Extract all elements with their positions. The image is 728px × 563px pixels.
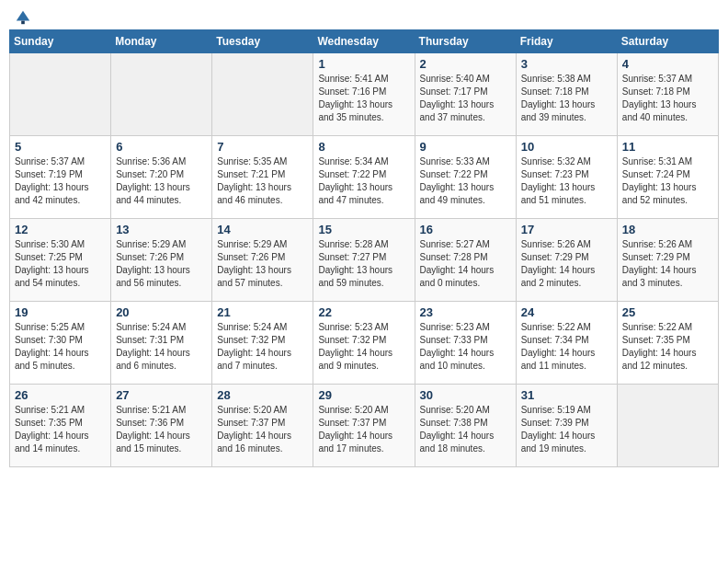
day-info-line: Sunrise: 5:26 AM bbox=[521, 238, 612, 251]
day-info-line: Sunset: 7:27 PM bbox=[318, 251, 409, 264]
day-info-line: and 5 minutes. bbox=[15, 360, 106, 373]
day-number: 22 bbox=[318, 305, 409, 319]
day-number: 1 bbox=[318, 57, 409, 71]
day-info-line: Sunset: 7:31 PM bbox=[116, 334, 207, 347]
day-info-line: Daylight: 13 hours bbox=[420, 98, 511, 111]
day-info-line: Sunset: 7:37 PM bbox=[217, 417, 308, 430]
day-number: 17 bbox=[521, 223, 612, 236]
day-info-line: Sunrise: 5:37 AM bbox=[622, 73, 713, 86]
day-info-line: and 3 minutes. bbox=[622, 277, 713, 290]
day-info-line: Daylight: 13 hours bbox=[521, 98, 612, 111]
weekday-header-tuesday: Tuesday bbox=[212, 30, 313, 53]
calendar-week-row: 19Sunrise: 5:25 AMSunset: 7:30 PMDayligh… bbox=[10, 302, 719, 385]
day-number: 11 bbox=[622, 140, 713, 154]
day-info-line: Sunrise: 5:31 AM bbox=[622, 155, 713, 168]
day-info-line: Sunset: 7:17 PM bbox=[420, 86, 511, 98]
day-info-line: Daylight: 14 hours bbox=[622, 347, 713, 360]
calendar-cell: 31Sunrise: 5:19 AMSunset: 7:39 PMDayligh… bbox=[516, 385, 617, 467]
day-info-line: Sunrise: 5:29 AM bbox=[116, 238, 207, 251]
day-info-line: Sunrise: 5:32 AM bbox=[521, 155, 612, 168]
day-info-line: Daylight: 13 hours bbox=[318, 98, 409, 111]
calendar-cell: 17Sunrise: 5:26 AMSunset: 7:29 PMDayligh… bbox=[516, 219, 617, 302]
day-info-line: Sunset: 7:29 PM bbox=[521, 251, 612, 264]
day-info-line: Sunrise: 5:24 AM bbox=[217, 321, 308, 334]
day-number: 24 bbox=[521, 305, 612, 319]
day-info-line: Sunset: 7:33 PM bbox=[420, 334, 511, 347]
day-info-line: Daylight: 13 hours bbox=[116, 181, 207, 194]
day-info-line: and 59 minutes. bbox=[318, 277, 409, 290]
day-info-line: Sunrise: 5:35 AM bbox=[217, 155, 308, 168]
day-info-line: Sunset: 7:24 PM bbox=[622, 168, 713, 181]
day-info-line: Daylight: 13 hours bbox=[521, 181, 612, 194]
day-info-line: Sunset: 7:21 PM bbox=[217, 168, 308, 181]
day-number: 27 bbox=[116, 388, 207, 402]
day-info-line: Sunrise: 5:21 AM bbox=[15, 404, 106, 417]
day-info-line: Sunrise: 5:20 AM bbox=[217, 404, 308, 417]
calendar-cell: 24Sunrise: 5:22 AMSunset: 7:34 PMDayligh… bbox=[516, 302, 617, 385]
calendar-cell: 7Sunrise: 5:35 AMSunset: 7:21 PMDaylight… bbox=[212, 136, 313, 219]
calendar-cell: 1Sunrise: 5:41 AMSunset: 7:16 PMDaylight… bbox=[313, 53, 415, 136]
day-info-line: Daylight: 13 hours bbox=[318, 264, 409, 277]
day-info-line: Sunrise: 5:22 AM bbox=[521, 321, 612, 334]
weekday-header-sunday: Sunday bbox=[10, 30, 111, 53]
day-info-line: Sunset: 7:30 PM bbox=[15, 334, 106, 347]
day-number: 31 bbox=[521, 388, 612, 402]
day-info-line: and 6 minutes. bbox=[116, 360, 207, 373]
calendar-cell: 23Sunrise: 5:23 AMSunset: 7:33 PMDayligh… bbox=[415, 302, 516, 385]
day-number: 13 bbox=[116, 223, 207, 236]
day-info-line: Sunset: 7:26 PM bbox=[217, 251, 308, 264]
calendar-cell: 2Sunrise: 5:40 AMSunset: 7:17 PMDaylight… bbox=[415, 53, 516, 136]
day-info-line: Sunset: 7:37 PM bbox=[318, 417, 409, 430]
day-info-line: Sunrise: 5:24 AM bbox=[116, 321, 207, 334]
calendar-cell: 25Sunrise: 5:22 AMSunset: 7:35 PMDayligh… bbox=[617, 302, 718, 385]
day-info-line: and 56 minutes. bbox=[116, 277, 207, 290]
day-info-line: and 16 minutes. bbox=[217, 442, 308, 455]
day-info-line: and 52 minutes. bbox=[622, 194, 713, 207]
day-info-line: Daylight: 14 hours bbox=[420, 347, 511, 360]
logo bbox=[13, 9, 31, 22]
day-info-line: Sunset: 7:22 PM bbox=[420, 168, 511, 181]
day-number: 19 bbox=[15, 305, 106, 319]
calendar-cell: 29Sunrise: 5:20 AMSunset: 7:37 PMDayligh… bbox=[313, 385, 415, 467]
day-info-line: Daylight: 13 hours bbox=[622, 181, 713, 194]
day-info-line: Sunrise: 5:41 AM bbox=[318, 73, 409, 86]
calendar-cell: 18Sunrise: 5:26 AMSunset: 7:29 PMDayligh… bbox=[617, 219, 718, 302]
day-info-line: and 11 minutes. bbox=[521, 360, 612, 373]
day-info-line: Sunrise: 5:38 AM bbox=[521, 73, 612, 86]
calendar-table: SundayMondayTuesdayWednesdayThursdayFrid… bbox=[9, 29, 719, 467]
day-info-line: and 14 minutes. bbox=[15, 442, 106, 455]
day-info-line: Daylight: 14 hours bbox=[521, 347, 612, 360]
day-info-line: Sunset: 7:29 PM bbox=[622, 251, 713, 264]
calendar-cell: 21Sunrise: 5:24 AMSunset: 7:32 PMDayligh… bbox=[212, 302, 313, 385]
day-info-line: Sunset: 7:39 PM bbox=[521, 417, 612, 430]
calendar-cell: 30Sunrise: 5:20 AMSunset: 7:38 PMDayligh… bbox=[415, 385, 516, 467]
day-info-line: Daylight: 14 hours bbox=[420, 430, 511, 442]
day-number: 23 bbox=[420, 305, 511, 319]
svg-marker-0 bbox=[17, 11, 29, 21]
day-info-line: Sunrise: 5:36 AM bbox=[116, 155, 207, 168]
calendar-cell: 4Sunrise: 5:37 AMSunset: 7:18 PMDaylight… bbox=[617, 53, 718, 136]
day-info-line: Daylight: 13 hours bbox=[116, 264, 207, 277]
day-info-line: Sunset: 7:28 PM bbox=[420, 251, 511, 264]
day-info-line: Daylight: 13 hours bbox=[15, 181, 106, 194]
day-info-line: and 51 minutes. bbox=[521, 194, 612, 207]
day-number: 9 bbox=[420, 140, 511, 154]
weekday-header-saturday: Saturday bbox=[617, 30, 718, 53]
day-info-line: Sunrise: 5:20 AM bbox=[420, 404, 511, 417]
calendar-cell: 19Sunrise: 5:25 AMSunset: 7:30 PMDayligh… bbox=[10, 302, 111, 385]
day-info-line: Sunset: 7:22 PM bbox=[318, 168, 409, 181]
day-info-line: and 17 minutes. bbox=[318, 442, 409, 455]
day-info-line: Daylight: 13 hours bbox=[420, 181, 511, 194]
day-info-line: Daylight: 13 hours bbox=[217, 264, 308, 277]
day-info-line: Daylight: 14 hours bbox=[318, 347, 409, 360]
day-info-line: Sunset: 7:38 PM bbox=[420, 417, 511, 430]
day-info-line: and 7 minutes. bbox=[217, 360, 308, 373]
day-info-line: Sunrise: 5:34 AM bbox=[318, 155, 409, 168]
day-info-line: and 39 minutes. bbox=[521, 111, 612, 124]
day-info-line: and 18 minutes. bbox=[420, 442, 511, 455]
day-info-line: Sunrise: 5:23 AM bbox=[420, 321, 511, 334]
day-info-line: and 54 minutes. bbox=[15, 277, 106, 290]
day-number: 15 bbox=[318, 223, 409, 236]
day-number: 8 bbox=[318, 140, 409, 154]
calendar-cell: 11Sunrise: 5:31 AMSunset: 7:24 PMDayligh… bbox=[617, 136, 718, 219]
